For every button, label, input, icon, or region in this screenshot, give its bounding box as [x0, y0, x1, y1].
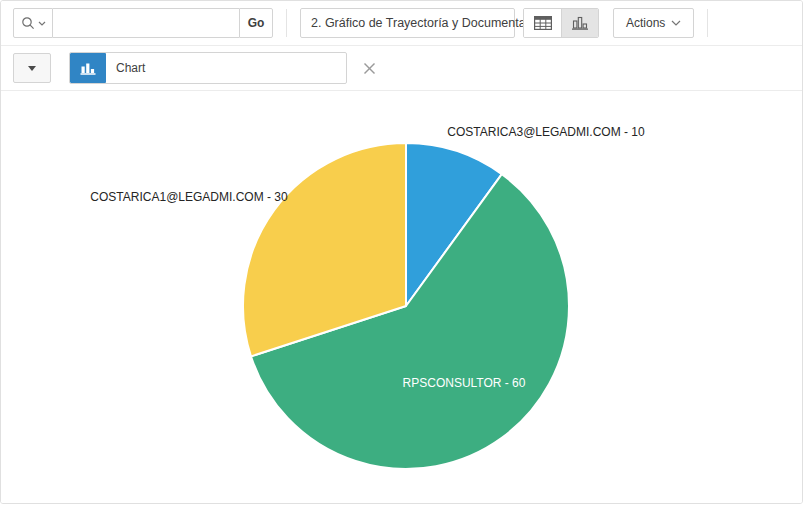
saved-report-select[interactable]: 2. Gráfico de Trayectoría y Documentació… — [300, 8, 515, 38]
actions-button[interactable]: Actions — [613, 8, 694, 38]
toolbar-divider — [707, 9, 708, 37]
chart-chip-label: Chart — [106, 61, 145, 75]
report-toolbar: Go 2. Gráfico de Trayectoría y Documenta… — [1, 1, 802, 46]
saved-report-select-value: 2. Gráfico de Trayectoría y Documentació… — [311, 16, 549, 30]
search-group: Go — [13, 8, 273, 38]
bar-chart-icon — [572, 16, 588, 30]
pie-chart-region: COSTARICA3@LEGADMI.COM - 10 RPSCONSULTOR… — [1, 91, 802, 503]
chevron-down-icon — [38, 21, 46, 26]
search-icon — [21, 16, 35, 30]
search-column-button[interactable] — [13, 8, 53, 38]
chart-settings-chip[interactable]: Chart — [69, 52, 347, 84]
report-settings-bar: Chart — [1, 46, 802, 91]
close-icon — [363, 62, 376, 75]
chevron-down-icon — [671, 20, 681, 26]
interactive-report-region: Go 2. Gráfico de Trayectoría y Documenta… — [0, 0, 803, 504]
toolbar-divider — [286, 9, 287, 37]
view-toggle-group — [523, 8, 599, 38]
chart-chip-icon-box — [70, 53, 106, 83]
table-grid-icon — [534, 16, 552, 30]
caret-down-icon — [28, 66, 36, 71]
report-view-button[interactable] — [524, 9, 561, 37]
actions-button-label: Actions — [626, 16, 665, 30]
remove-chart-button[interactable] — [357, 56, 381, 80]
settings-expand-button[interactable] — [13, 53, 51, 83]
chart-view-button[interactable] — [561, 9, 598, 37]
pie-chart[interactable] — [236, 136, 576, 476]
search-input[interactable] — [53, 8, 239, 38]
bar-chart-icon — [80, 62, 96, 75]
go-button[interactable]: Go — [239, 8, 273, 38]
